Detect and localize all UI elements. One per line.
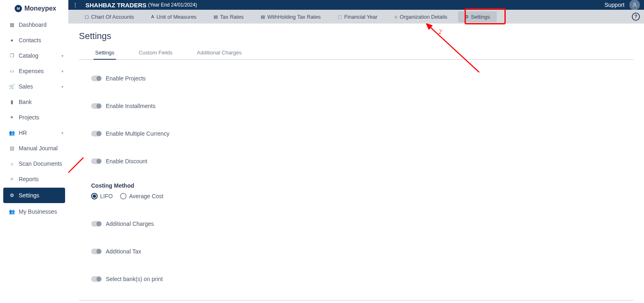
radio-circle-icon: [91, 193, 98, 199]
radio-circle-icon: [120, 193, 127, 199]
sidebar-item-label: Reports: [19, 176, 39, 182]
doc-icon: ▤: [214, 14, 218, 19]
cogs-icon: ⚙: [465, 14, 469, 19]
toggle-enable-projects[interactable]: [91, 76, 102, 81]
sidebar-item-scan-documents[interactable]: ⌕Scan Documents: [0, 156, 68, 171]
costing-method-label: Costing Method: [91, 182, 633, 189]
subtab-label: Organization Details: [400, 14, 448, 20]
sidebar-item-catalog[interactable]: ❐Catalog▾: [0, 48, 68, 63]
radio-average-cost[interactable]: Average Cost: [120, 193, 164, 199]
toggle-enable-installments[interactable]: [91, 103, 102, 109]
svg-point-0: [634, 3, 636, 5]
sidebar-item-hr[interactable]: 👥HR▾: [0, 125, 68, 141]
sidebar-item-dashboard[interactable]: ▦Dashboard: [0, 17, 68, 32]
my-businesses-icon: 👥: [9, 209, 15, 214]
ruler-icon: A: [151, 14, 154, 19]
dashboard-icon: ▦: [9, 22, 15, 28]
sidebar-item-expenses[interactable]: ▭Expenses▾: [0, 63, 68, 79]
sidebar-item-label: Projects: [19, 114, 39, 121]
sidebar-item-label: Settings: [19, 192, 39, 199]
sidebar-item-label: Contacts: [19, 37, 41, 43]
setting-row-additional-charges: Additional Charges: [91, 217, 633, 230]
setting-row-enable-projects: Enable Projects: [91, 72, 633, 85]
toggle-label: Additional Tax: [106, 248, 141, 255]
sidebar-item-sales[interactable]: 🛒Sales▾: [0, 79, 68, 94]
chevron-down-icon: ▾: [61, 84, 63, 89]
hr-icon: 👥: [9, 130, 15, 136]
logo-icon: M: [15, 5, 22, 12]
sidebar-item-label: Dashboard: [19, 22, 47, 28]
sidebar-item-label: Bank: [19, 99, 32, 105]
help-icon[interactable]: ?: [632, 13, 640, 21]
avatar[interactable]: [629, 0, 640, 10]
toggle-enable-multiple-currency[interactable]: [91, 131, 102, 136]
cash-icon: ⬚: [338, 14, 342, 19]
sales-icon: 🛒: [9, 84, 15, 89]
subtab-label: Unit of Measures: [157, 14, 196, 20]
inner-tab-additional-charges[interactable]: Additional Charges: [195, 46, 243, 59]
subtab-financial-year[interactable]: ⬚Financial Year: [331, 11, 384, 22]
subtab-withholding-tax-rates[interactable]: ▤WithHolding Tax Rates: [254, 11, 327, 22]
company-name: SHAHBAZ TRADERS: [85, 2, 146, 9]
toggle-additional-tax[interactable]: [91, 249, 102, 254]
radio-label: LIFO: [100, 193, 113, 199]
subtab-chart-of-accounts[interactable]: ▢Chart Of Accounts: [78, 11, 141, 22]
radio-label: Average Cost: [129, 193, 164, 199]
sidebar-item-settings[interactable]: ⚙Settings: [3, 188, 65, 203]
brand-text: Moneypex: [24, 5, 56, 12]
setting-row-select-bank-s-on-print: Select bank(s) on print: [91, 273, 633, 286]
toggle-label: Enable Projects: [106, 75, 146, 82]
subtab-label: WithHolding Tax Rates: [267, 14, 321, 20]
sidebar-item-projects[interactable]: ✦Projects: [0, 110, 68, 125]
sidebar-item-label: HR: [19, 130, 27, 136]
subtab-label: Settings: [471, 14, 490, 20]
inner-tabs: SettingsCustom FieldsAdditional Charges: [79, 46, 633, 60]
chevron-down-icon: ▾: [61, 69, 63, 74]
chevron-down-icon: ▾: [61, 131, 63, 135]
sidebar-item-bank[interactable]: ▮Bank: [0, 94, 68, 110]
inner-tab-custom-fields[interactable]: Custom Fields: [137, 46, 174, 59]
subtab-bar: ▢Chart Of AccountsAUnit of Measures▤Tax …: [68, 10, 644, 24]
kebab-menu-icon[interactable]: ⋮: [72, 2, 78, 8]
toggle-label: Enable Discount: [106, 158, 147, 164]
toggle-label: Select bank(s) on print: [106, 276, 163, 282]
sidebar-item-label: Expenses: [19, 68, 44, 74]
support-link[interactable]: Support: [605, 2, 624, 8]
subtab-label: Tax Rates: [220, 14, 244, 20]
projects-icon: ✦: [9, 115, 15, 120]
sidebar-item-manual-journal[interactable]: ▤Manual Journal: [0, 141, 68, 156]
subtab-label: Financial Year: [344, 14, 378, 20]
subtab-settings[interactable]: ⚙Settings: [458, 11, 497, 22]
sidebar-item-label: Sales: [19, 83, 33, 90]
inner-tab-settings[interactable]: Settings: [94, 46, 116, 60]
setting-row-enable-multiple-currency: Enable Multiple Currency: [91, 127, 633, 140]
catalog-icon: ❐: [9, 53, 15, 58]
subtab-unit-of-measures[interactable]: AUnit of Measures: [145, 11, 203, 22]
sidebar-item-contacts[interactable]: ●Contacts: [0, 32, 68, 48]
setting-row-enable-discount: Enable Discount: [91, 155, 633, 168]
topbar: ⋮ SHAHBAZ TRADERS (Year End 24/01/2024) …: [68, 0, 644, 10]
toggle-additional-charges[interactable]: [91, 221, 102, 227]
sidebar-item-label: Manual Journal: [19, 145, 58, 152]
settings-icon: ⚙: [9, 193, 15, 198]
bank-icon: ▮: [9, 99, 15, 105]
manual-journal-icon: ▤: [9, 145, 15, 151]
subtab-tax-rates[interactable]: ▤Tax Rates: [207, 11, 250, 22]
sidebar-item-reports[interactable]: ✧Reports: [0, 171, 68, 187]
contacts-icon: ●: [9, 37, 15, 43]
setting-row-enable-installments: Enable Installments: [91, 100, 633, 113]
chevron-down-icon: ▾: [61, 54, 63, 58]
sidebar-item-my-businesses[interactable]: 👥My Businesses: [0, 204, 68, 219]
content-area: Settings SettingsCustom FieldsAdditional…: [68, 24, 644, 303]
sidebar: M Moneypex ▦Dashboard●Contacts❐Catalog▾▭…: [0, 0, 68, 303]
year-end-text: (Year End 24/01/2024): [148, 2, 197, 8]
annotation-label-1: 1: [68, 162, 69, 169]
doc-icon: ▤: [261, 14, 265, 19]
expenses-icon: ▭: [9, 68, 15, 74]
toggle-select-bank-s-on-print[interactable]: [91, 276, 102, 282]
radio-lifo[interactable]: LIFO: [91, 193, 113, 199]
setting-row-additional-tax: Additional Tax: [91, 245, 633, 258]
reports-icon: ✧: [9, 176, 15, 182]
toggle-enable-discount[interactable]: [91, 158, 102, 164]
subtab-organization-details[interactable]: ⌂Organization Details: [388, 11, 454, 22]
